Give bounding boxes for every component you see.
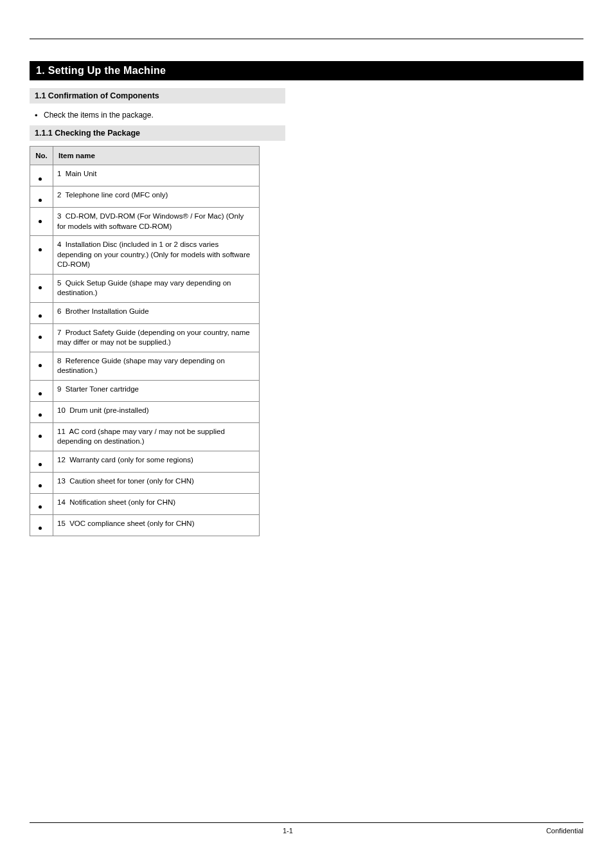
parts-table: No. Item name 1 Main Unit 2 Telephone li… bbox=[30, 146, 260, 536]
table-row: 7 Product Safety Guide (depending on you… bbox=[30, 323, 260, 352]
row-no: 3 bbox=[57, 212, 61, 220]
row-text: Caution sheet for toner (only for CHN) bbox=[69, 477, 194, 485]
section-1-1-heading: 1.1 Confirmation of Components bbox=[30, 88, 285, 104]
bullet-icon bbox=[39, 435, 42, 438]
row-item: 12 Warranty card (only for some regions) bbox=[53, 451, 260, 472]
row-bullet bbox=[30, 514, 53, 536]
row-text: Main Unit bbox=[66, 170, 97, 177]
row-item: 9 Starter Toner cartridge bbox=[53, 380, 260, 401]
parts-table-wrap: No. Item name 1 Main Unit 2 Telephone li… bbox=[30, 146, 285, 536]
footer-rule bbox=[30, 822, 583, 823]
row-no: 15 bbox=[57, 520, 66, 527]
row-no: 11 bbox=[57, 428, 66, 435]
footer-right-text: Confidential bbox=[546, 827, 583, 835]
bullet-icon bbox=[39, 220, 42, 223]
bullet-icon bbox=[39, 484, 42, 487]
page-header bbox=[30, 14, 583, 39]
chapter-title-bar: 1. Setting Up the Machine bbox=[30, 61, 583, 80]
row-bullet bbox=[30, 493, 53, 514]
col-header-item: Item name bbox=[53, 147, 260, 165]
row-text: Telephone line cord (MFC only) bbox=[66, 191, 168, 199]
row-item: 7 Product Safety Guide (depending on you… bbox=[53, 323, 260, 352]
row-bullet bbox=[30, 422, 53, 451]
row-text: Product Safety Guide (depending on your … bbox=[57, 329, 250, 347]
section-1-1-1-heading: 1.1.1 Checking the Package bbox=[30, 125, 285, 141]
row-bullet bbox=[30, 302, 53, 323]
table-row: 4 Installation Disc (included in 1 or 2 … bbox=[30, 236, 260, 275]
row-item: 2 Telephone line cord (MFC only) bbox=[53, 186, 260, 208]
section-1-1-1-text: 1.1.1 Checking the Package bbox=[35, 129, 140, 138]
row-no: 4 bbox=[57, 240, 61, 248]
table-row: 12 Warranty card (only for some regions) bbox=[30, 451, 260, 472]
bullet-icon bbox=[39, 505, 42, 509]
row-no: 12 bbox=[57, 456, 66, 464]
row-item: 1 Main Unit bbox=[53, 165, 260, 186]
bullet-icon bbox=[39, 336, 42, 339]
pre-table-note: Check the items in the package. bbox=[30, 110, 285, 120]
row-item: 11 AC cord (shape may vary / may not be … bbox=[53, 422, 260, 451]
bullet-icon bbox=[39, 413, 42, 417]
row-item: 5 Quick Setup Guide (shape may vary depe… bbox=[53, 274, 260, 302]
row-no: 6 bbox=[57, 307, 61, 315]
section-1-1-text: 1.1 Confirmation of Components bbox=[35, 91, 159, 100]
bullet-icon bbox=[39, 248, 42, 251]
bullet-icon bbox=[39, 314, 42, 318]
table-row: 10 Drum unit (pre-installed) bbox=[30, 401, 260, 422]
row-no: 9 bbox=[57, 385, 61, 393]
table-row: 14 Notification sheet (only for CHN) bbox=[30, 493, 260, 514]
table-row: 15 VOC compliance sheet (only for CHN) bbox=[30, 514, 260, 536]
row-item: 6 Brother Installation Guide bbox=[53, 302, 260, 323]
footer-page-number: 1-1 bbox=[283, 827, 293, 835]
row-bullet bbox=[30, 472, 53, 493]
bullet-icon bbox=[39, 177, 42, 181]
row-text: Starter Toner cartridge bbox=[66, 385, 139, 393]
row-no: 10 bbox=[57, 406, 66, 414]
bullet-icon bbox=[39, 364, 42, 367]
chapter-title-text: 1. Setting Up the Machine bbox=[36, 65, 166, 76]
row-item: 4 Installation Disc (included in 1 or 2 … bbox=[53, 236, 260, 275]
table-row: 5 Quick Setup Guide (shape may vary depe… bbox=[30, 274, 260, 302]
page-main: 1. Setting Up the Machine 1.1 Confirmati… bbox=[30, 61, 583, 536]
row-no: 7 bbox=[57, 329, 61, 336]
table-row: 6 Brother Installation Guide bbox=[30, 302, 260, 323]
row-no: 8 bbox=[57, 357, 61, 365]
row-item: 15 VOC compliance sheet (only for CHN) bbox=[53, 514, 260, 536]
header-rule bbox=[30, 39, 583, 39]
row-text: Brother Installation Guide bbox=[66, 307, 149, 315]
table-row: 11 AC cord (shape may vary / may not be … bbox=[30, 422, 260, 451]
bullet-icon bbox=[39, 392, 42, 395]
table-row: 13 Caution sheet for toner (only for CHN… bbox=[30, 472, 260, 493]
row-bullet bbox=[30, 380, 53, 401]
row-no: 5 bbox=[57, 279, 61, 287]
bullet-icon bbox=[39, 527, 42, 530]
row-no: 14 bbox=[57, 498, 66, 506]
row-bullet bbox=[30, 236, 53, 275]
table-row: 3 CD-ROM, DVD-ROM (For Windows® / For Ma… bbox=[30, 208, 260, 236]
table-header-row: No. Item name bbox=[30, 147, 260, 165]
row-text: Quick Setup Guide (shape may vary depend… bbox=[57, 279, 231, 297]
row-item: 13 Caution sheet for toner (only for CHN… bbox=[53, 472, 260, 493]
row-bullet bbox=[30, 208, 53, 236]
row-text: Drum unit (pre-installed) bbox=[69, 406, 148, 414]
row-bullet bbox=[30, 165, 53, 186]
row-item: 3 CD-ROM, DVD-ROM (For Windows® / For Ma… bbox=[53, 208, 260, 236]
row-bullet bbox=[30, 274, 53, 302]
footer-row: 1-1 Confidential bbox=[30, 827, 583, 835]
row-item: 8 Reference Guide (shape may vary depend… bbox=[53, 352, 260, 380]
table-row: 8 Reference Guide (shape may vary depend… bbox=[30, 352, 260, 380]
row-no: 1 bbox=[57, 170, 61, 177]
row-bullet bbox=[30, 323, 53, 352]
row-text: VOC compliance sheet (only for CHN) bbox=[69, 520, 194, 527]
row-no: 2 bbox=[57, 191, 61, 199]
table-row: 2 Telephone line cord (MFC only) bbox=[30, 186, 260, 208]
table-row: 9 Starter Toner cartridge bbox=[30, 380, 260, 401]
row-text: CD-ROM, DVD-ROM (For Windows® / For Mac)… bbox=[57, 212, 244, 230]
row-no: 13 bbox=[57, 477, 66, 485]
row-bullet bbox=[30, 401, 53, 422]
row-bullet bbox=[30, 451, 53, 472]
row-text: AC cord (shape may vary / may not be sup… bbox=[57, 428, 225, 446]
bullet-icon bbox=[39, 199, 42, 202]
row-bullet bbox=[30, 352, 53, 380]
row-text: Installation Disc (included in 1 or 2 di… bbox=[57, 240, 250, 268]
row-text: Notification sheet (only for CHN) bbox=[69, 498, 175, 506]
